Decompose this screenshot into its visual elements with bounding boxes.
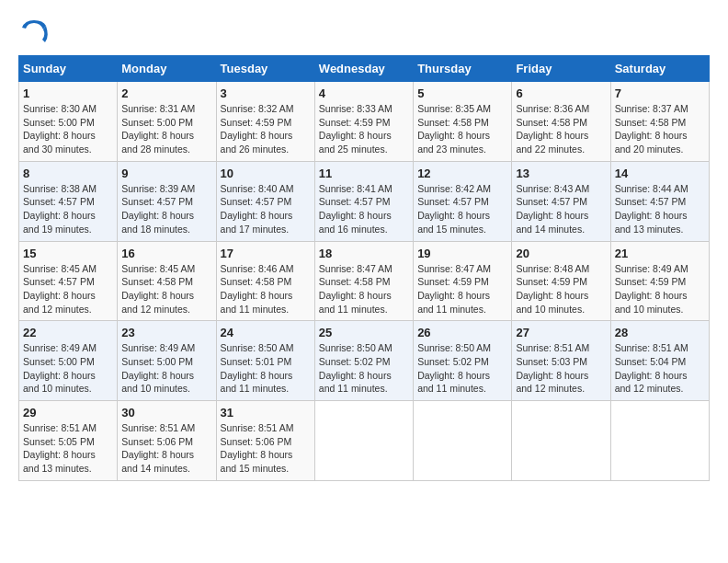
calendar-week-row: 8 Sunrise: 8:38 AM Sunset: 4:57 PM Dayli… bbox=[19, 161, 710, 241]
calendar-cell: 24 Sunrise: 8:50 AM Sunset: 5:01 PM Dayl… bbox=[216, 321, 314, 401]
day-info: Sunrise: 8:42 AM Sunset: 4:57 PM Dayligh… bbox=[417, 182, 507, 236]
calendar-week-row: 22 Sunrise: 8:49 AM Sunset: 5:00 PM Dayl… bbox=[19, 321, 710, 401]
day-of-week-header: Friday bbox=[512, 56, 610, 82]
calendar-cell: 12 Sunrise: 8:42 AM Sunset: 4:57 PM Dayl… bbox=[414, 161, 512, 241]
day-number: 24 bbox=[221, 326, 311, 339]
calendar-cell: 1 Sunrise: 8:30 AM Sunset: 5:00 PM Dayli… bbox=[19, 82, 118, 162]
day-info: Sunrise: 8:33 AM Sunset: 4:59 PM Dayligh… bbox=[319, 102, 409, 156]
day-of-week-header: Sunday bbox=[19, 56, 118, 82]
day-number: 30 bbox=[121, 406, 211, 419]
day-number: 12 bbox=[417, 167, 507, 180]
day-info: Sunrise: 8:30 AM Sunset: 5:00 PM Dayligh… bbox=[23, 102, 113, 156]
day-number: 3 bbox=[221, 86, 311, 100]
day-info: Sunrise: 8:45 AM Sunset: 4:57 PM Dayligh… bbox=[23, 262, 113, 316]
page-header bbox=[18, 18, 710, 46]
calendar-cell: 27 Sunrise: 8:51 AM Sunset: 5:03 PM Dayl… bbox=[512, 321, 610, 401]
day-number: 31 bbox=[221, 406, 311, 419]
day-number: 13 bbox=[516, 167, 606, 180]
day-info: Sunrise: 8:51 AM Sunset: 5:05 PM Dayligh… bbox=[23, 421, 113, 476]
calendar-cell: 11 Sunrise: 8:41 AM Sunset: 4:57 PM Dayl… bbox=[314, 161, 413, 241]
day-info: Sunrise: 8:50 AM Sunset: 5:01 PM Dayligh… bbox=[221, 341, 311, 396]
day-info: Sunrise: 8:37 AM Sunset: 4:58 PM Dayligh… bbox=[615, 102, 705, 156]
day-number: 10 bbox=[221, 167, 311, 180]
day-number: 8 bbox=[23, 167, 113, 180]
day-info: Sunrise: 8:38 AM Sunset: 4:57 PM Dayligh… bbox=[23, 182, 113, 236]
day-number: 21 bbox=[615, 247, 705, 260]
day-number: 14 bbox=[615, 167, 705, 180]
calendar-cell: 26 Sunrise: 8:50 AM Sunset: 5:02 PM Dayl… bbox=[414, 321, 512, 401]
calendar-cell: 16 Sunrise: 8:45 AM Sunset: 4:58 PM Dayl… bbox=[118, 241, 216, 321]
day-info: Sunrise: 8:48 AM Sunset: 4:59 PM Dayligh… bbox=[516, 262, 606, 316]
calendar-cell bbox=[414, 401, 512, 481]
day-info: Sunrise: 8:45 AM Sunset: 4:58 PM Dayligh… bbox=[121, 262, 211, 316]
calendar-table: SundayMondayTuesdayWednesdayThursdayFrid… bbox=[18, 55, 710, 481]
calendar-cell: 9 Sunrise: 8:39 AM Sunset: 4:57 PM Dayli… bbox=[118, 161, 216, 241]
calendar-cell bbox=[512, 401, 610, 481]
calendar-week-row: 1 Sunrise: 8:30 AM Sunset: 5:00 PM Dayli… bbox=[19, 82, 710, 162]
calendar-cell: 31 Sunrise: 8:51 AM Sunset: 5:06 PM Dayl… bbox=[216, 401, 314, 481]
day-info: Sunrise: 8:32 AM Sunset: 4:59 PM Dayligh… bbox=[221, 102, 311, 156]
day-of-week-header: Wednesday bbox=[314, 56, 413, 82]
calendar-cell: 25 Sunrise: 8:50 AM Sunset: 5:02 PM Dayl… bbox=[314, 321, 413, 401]
calendar-cell: 3 Sunrise: 8:32 AM Sunset: 4:59 PM Dayli… bbox=[216, 82, 314, 162]
calendar-cell: 10 Sunrise: 8:40 AM Sunset: 4:57 PM Dayl… bbox=[216, 161, 314, 241]
calendar-week-row: 15 Sunrise: 8:45 AM Sunset: 4:57 PM Dayl… bbox=[19, 241, 710, 321]
day-number: 28 bbox=[615, 326, 705, 339]
day-info: Sunrise: 8:44 AM Sunset: 4:57 PM Dayligh… bbox=[615, 182, 705, 236]
calendar-cell: 29 Sunrise: 8:51 AM Sunset: 5:05 PM Dayl… bbox=[19, 401, 118, 481]
day-info: Sunrise: 8:43 AM Sunset: 4:57 PM Dayligh… bbox=[516, 182, 606, 236]
calendar-cell: 7 Sunrise: 8:37 AM Sunset: 4:58 PM Dayli… bbox=[610, 82, 709, 162]
calendar-cell bbox=[610, 401, 709, 481]
calendar-cell: 18 Sunrise: 8:47 AM Sunset: 4:58 PM Dayl… bbox=[314, 241, 413, 321]
calendar-cell: 13 Sunrise: 8:43 AM Sunset: 4:57 PM Dayl… bbox=[512, 161, 610, 241]
day-number: 25 bbox=[319, 326, 409, 339]
day-info: Sunrise: 8:47 AM Sunset: 4:59 PM Dayligh… bbox=[417, 262, 507, 316]
logo-icon bbox=[20, 18, 48, 46]
day-number: 27 bbox=[516, 326, 606, 339]
calendar-cell: 19 Sunrise: 8:47 AM Sunset: 4:59 PM Dayl… bbox=[414, 241, 512, 321]
calendar-cell: 30 Sunrise: 8:51 AM Sunset: 5:06 PM Dayl… bbox=[118, 401, 216, 481]
calendar-cell: 6 Sunrise: 8:36 AM Sunset: 4:58 PM Dayli… bbox=[512, 82, 610, 162]
day-info: Sunrise: 8:51 AM Sunset: 5:03 PM Dayligh… bbox=[516, 341, 606, 396]
calendar-week-row: 29 Sunrise: 8:51 AM Sunset: 5:05 PM Dayl… bbox=[19, 401, 710, 481]
calendar-cell: 8 Sunrise: 8:38 AM Sunset: 4:57 PM Dayli… bbox=[19, 161, 118, 241]
logo bbox=[18, 18, 48, 46]
calendar-cell: 20 Sunrise: 8:48 AM Sunset: 4:59 PM Dayl… bbox=[512, 241, 610, 321]
calendar-header-row: SundayMondayTuesdayWednesdayThursdayFrid… bbox=[19, 56, 710, 82]
day-number: 5 bbox=[417, 86, 507, 100]
day-info: Sunrise: 8:39 AM Sunset: 4:57 PM Dayligh… bbox=[121, 182, 211, 236]
day-number: 1 bbox=[23, 86, 113, 100]
day-number: 2 bbox=[121, 86, 211, 100]
calendar-cell bbox=[314, 401, 413, 481]
calendar-cell: 22 Sunrise: 8:49 AM Sunset: 5:00 PM Dayl… bbox=[19, 321, 118, 401]
day-info: Sunrise: 8:35 AM Sunset: 4:58 PM Dayligh… bbox=[417, 102, 507, 156]
day-of-week-header: Thursday bbox=[414, 56, 512, 82]
calendar-cell: 5 Sunrise: 8:35 AM Sunset: 4:58 PM Dayli… bbox=[414, 82, 512, 162]
day-of-week-header: Tuesday bbox=[216, 56, 314, 82]
day-info: Sunrise: 8:36 AM Sunset: 4:58 PM Dayligh… bbox=[516, 102, 606, 156]
day-number: 26 bbox=[417, 326, 507, 339]
day-number: 17 bbox=[221, 247, 311, 260]
day-info: Sunrise: 8:47 AM Sunset: 4:58 PM Dayligh… bbox=[319, 262, 409, 316]
day-number: 22 bbox=[23, 326, 113, 339]
day-info: Sunrise: 8:51 AM Sunset: 5:06 PM Dayligh… bbox=[221, 421, 311, 476]
day-of-week-header: Monday bbox=[118, 56, 216, 82]
day-info: Sunrise: 8:49 AM Sunset: 5:00 PM Dayligh… bbox=[23, 341, 113, 396]
day-info: Sunrise: 8:50 AM Sunset: 5:02 PM Dayligh… bbox=[319, 341, 409, 396]
day-of-week-header: Saturday bbox=[610, 56, 709, 82]
day-number: 19 bbox=[417, 247, 507, 260]
calendar-cell: 21 Sunrise: 8:49 AM Sunset: 4:59 PM Dayl… bbox=[610, 241, 709, 321]
day-number: 29 bbox=[23, 406, 113, 419]
calendar-cell: 15 Sunrise: 8:45 AM Sunset: 4:57 PM Dayl… bbox=[19, 241, 118, 321]
day-info: Sunrise: 8:49 AM Sunset: 4:59 PM Dayligh… bbox=[615, 262, 705, 316]
day-info: Sunrise: 8:51 AM Sunset: 5:06 PM Dayligh… bbox=[121, 421, 211, 476]
day-number: 23 bbox=[121, 326, 211, 339]
calendar-cell: 17 Sunrise: 8:46 AM Sunset: 4:58 PM Dayl… bbox=[216, 241, 314, 321]
day-number: 20 bbox=[516, 247, 606, 260]
day-number: 11 bbox=[319, 167, 409, 180]
calendar-cell: 2 Sunrise: 8:31 AM Sunset: 5:00 PM Dayli… bbox=[118, 82, 216, 162]
calendar-cell: 23 Sunrise: 8:49 AM Sunset: 5:00 PM Dayl… bbox=[118, 321, 216, 401]
day-number: 16 bbox=[121, 247, 211, 260]
day-info: Sunrise: 8:46 AM Sunset: 4:58 PM Dayligh… bbox=[221, 262, 311, 316]
calendar-cell: 28 Sunrise: 8:51 AM Sunset: 5:04 PM Dayl… bbox=[610, 321, 709, 401]
